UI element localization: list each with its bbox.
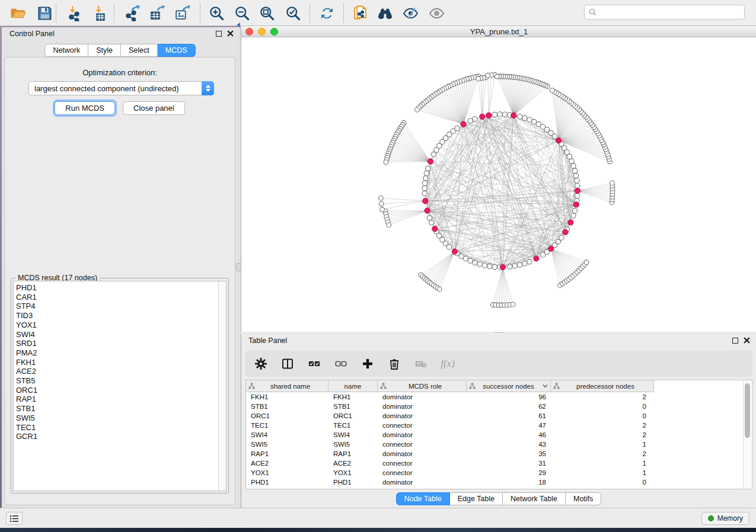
graph-node[interactable] bbox=[575, 193, 580, 198]
graph-node[interactable] bbox=[575, 183, 580, 188]
mcds-result-item[interactable]: SRD1 bbox=[16, 339, 219, 348]
splitter-collapse-icon[interactable] bbox=[237, 23, 240, 27]
search-network-button[interactable] bbox=[374, 2, 396, 24]
graph-node[interactable] bbox=[468, 258, 473, 263]
column-header-predecessor-nodes[interactable]: predecessor nodes bbox=[551, 380, 654, 392]
graph-node[interactable] bbox=[468, 118, 473, 123]
graph-hub-node[interactable] bbox=[452, 249, 457, 254]
graph-node[interactable] bbox=[492, 112, 497, 117]
table-row[interactable]: STB1STB1dominator620 bbox=[246, 402, 752, 411]
graph-node[interactable] bbox=[508, 264, 512, 269]
control-panel-tab-style[interactable]: Style bbox=[88, 44, 121, 57]
graph-node[interactable] bbox=[487, 264, 492, 268]
mcds-result-item[interactable]: STB1 bbox=[16, 404, 219, 414]
graph-node[interactable] bbox=[532, 119, 537, 124]
graph-hub-node[interactable] bbox=[573, 202, 579, 207]
zoom-in-button[interactable] bbox=[205, 2, 228, 24]
table-settings-button[interactable] bbox=[254, 357, 268, 371]
share-document-button[interactable] bbox=[349, 2, 371, 24]
control-panel-tab-mcds[interactable]: MCDS bbox=[158, 44, 196, 57]
column-header-shared-name[interactable]: shared name bbox=[246, 380, 328, 392]
graph-hub-node[interactable] bbox=[480, 114, 485, 119]
table-row[interactable]: TEC1TEC1connector472 bbox=[246, 421, 752, 430]
graph-node[interactable] bbox=[572, 209, 577, 213]
export-table-button[interactable] bbox=[145, 2, 168, 24]
graph-node[interactable] bbox=[571, 164, 576, 168]
graph-leaf-node[interactable] bbox=[610, 181, 615, 185]
table-row[interactable]: FKH1FKH1dominator962 bbox=[246, 392, 752, 402]
graph-node[interactable] bbox=[569, 159, 574, 164]
graph-node[interactable] bbox=[522, 261, 527, 266]
graph-hub-node[interactable] bbox=[423, 198, 428, 204]
control-panel-tab-network[interactable]: Network bbox=[44, 44, 88, 57]
graph-leaf-node[interactable] bbox=[387, 223, 391, 227]
mcds-result-item[interactable]: STB5 bbox=[16, 376, 219, 386]
graph-hub-node[interactable] bbox=[432, 226, 438, 232]
node-table[interactable]: shared namenameMCDS rolesuccessor nodesp… bbox=[245, 380, 752, 489]
mcds-result-list[interactable]: PHD1CAR1STP4TID3YOX1SWI4SRD1PMA2FKH1ACE2… bbox=[13, 281, 219, 491]
mcds-result-item[interactable]: CAR1 bbox=[16, 293, 219, 302]
table-row[interactable]: SWI5SWI5connector431 bbox=[246, 440, 752, 449]
run-mcds-button[interactable]: Run MCDS bbox=[55, 101, 115, 115]
close-table-panel-icon[interactable] bbox=[744, 337, 750, 344]
mcds-result-item[interactable]: YOX1 bbox=[16, 321, 219, 330]
graph-node[interactable] bbox=[429, 220, 434, 225]
graph-hub-node[interactable] bbox=[486, 113, 492, 118]
graph-node[interactable] bbox=[518, 262, 522, 267]
graph-node[interactable] bbox=[446, 245, 451, 249]
column-header-name[interactable]: name bbox=[328, 380, 378, 392]
zoom-selected-button[interactable] bbox=[282, 2, 304, 24]
delete-column-button[interactable] bbox=[387, 357, 401, 371]
mcds-result-item[interactable]: SWI4 bbox=[16, 330, 219, 339]
graph-hub-node[interactable] bbox=[556, 138, 562, 143]
mcds-result-item[interactable]: PHD1 bbox=[16, 283, 219, 293]
task-history-button[interactable] bbox=[6, 512, 23, 525]
close-panel-icon[interactable] bbox=[227, 30, 234, 37]
float-table-panel-icon[interactable] bbox=[732, 338, 738, 344]
graph-node[interactable] bbox=[527, 117, 532, 122]
mcds-list-scrollbar[interactable] bbox=[218, 281, 227, 491]
graph-leaf-node[interactable] bbox=[437, 287, 442, 291]
graph-leaf-node[interactable] bbox=[380, 207, 385, 212]
graph-node[interactable] bbox=[427, 216, 432, 220]
graph-leaf-node[interactable] bbox=[550, 88, 554, 93]
graph-hub-node[interactable] bbox=[568, 220, 573, 225]
control-panel-tab-select[interactable]: Select bbox=[121, 44, 158, 57]
mcds-result-item[interactable]: ACE2 bbox=[16, 367, 219, 376]
graph-leaf-node[interactable] bbox=[379, 196, 384, 201]
graph-hub-node[interactable] bbox=[428, 159, 433, 164]
graph-hub-node[interactable] bbox=[534, 256, 539, 261]
mcds-result-item[interactable]: GCR1 bbox=[16, 432, 219, 441]
export-image-button[interactable] bbox=[171, 2, 193, 24]
graph-node[interactable] bbox=[573, 173, 578, 178]
network-view-titlebar[interactable]: YPA_prune.txt_1 bbox=[241, 26, 756, 37]
graph-node[interactable] bbox=[422, 191, 427, 196]
graph-leaf-node[interactable] bbox=[414, 107, 419, 112]
graph-leaf-node[interactable] bbox=[379, 201, 384, 206]
mcds-result-item[interactable]: TEC1 bbox=[16, 423, 219, 432]
graph-node[interactable] bbox=[502, 112, 507, 117]
graph-node[interactable] bbox=[575, 178, 579, 183]
graph-node[interactable] bbox=[492, 264, 497, 269]
table-tab-network-table[interactable]: Network Table bbox=[503, 492, 566, 505]
function-builder-button[interactable]: f(x) bbox=[441, 357, 455, 371]
graph-node[interactable] bbox=[473, 117, 477, 121]
table-row[interactable]: ORC1ORC1dominator610 bbox=[246, 411, 752, 421]
table-scrollbar[interactable] bbox=[743, 380, 751, 489]
delete-table-button[interactable] bbox=[414, 357, 428, 371]
table-row[interactable]: RAP1RAP1dominator352 bbox=[246, 449, 752, 459]
export-network-button[interactable] bbox=[120, 2, 143, 24]
network-graph-svg[interactable] bbox=[241, 37, 756, 332]
import-table-button[interactable] bbox=[88, 2, 111, 24]
graph-hub-node[interactable] bbox=[575, 188, 580, 193]
close-panel-button[interactable]: Close panel bbox=[123, 101, 185, 115]
graph-leaf-node[interactable] bbox=[495, 74, 499, 79]
optimization-criterion-select[interactable]: largest connected component (undirected) bbox=[28, 81, 214, 95]
column-header-MCDS-role[interactable]: MCDS role bbox=[378, 380, 467, 392]
graph-node[interactable] bbox=[512, 264, 517, 268]
split-panel-button[interactable] bbox=[280, 357, 295, 371]
deselect-all-button[interactable] bbox=[334, 357, 348, 371]
graph-node[interactable] bbox=[477, 262, 482, 267]
hide-details-button[interactable] bbox=[399, 2, 422, 24]
graph-node[interactable] bbox=[559, 235, 564, 240]
